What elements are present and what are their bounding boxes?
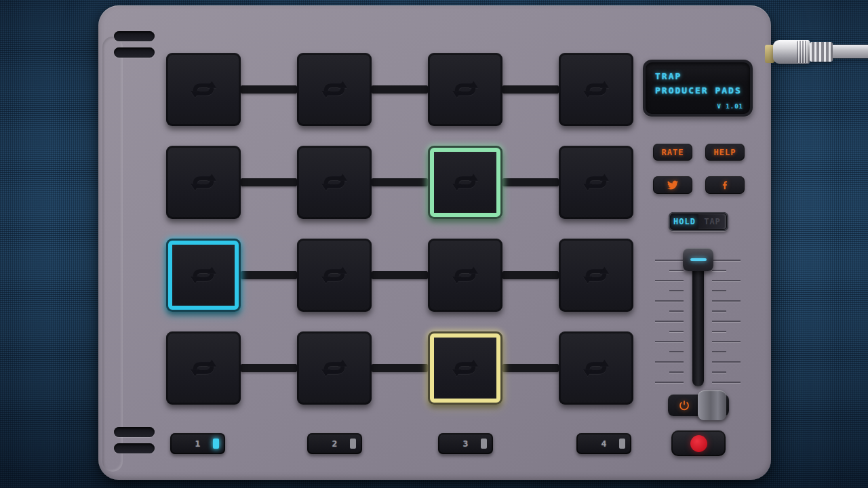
loop-arrows-icon [315,70,354,109]
audio-plug-ribs [810,42,833,62]
bank-button-1[interactable]: 1 [170,433,225,454]
bank-label: 1 [195,439,201,449]
vent-bar [114,47,155,58]
bank-indicator [213,439,219,449]
loop-arrows-icon [446,163,485,202]
loop-arrows-icon [446,348,485,388]
help-button[interactable]: HELP [705,144,745,161]
record-dot-icon [690,435,707,452]
rate-button-label: RATE [662,148,684,157]
toggle-tap-label: TAP [704,217,721,226]
bank-button-2[interactable]: 2 [307,433,362,454]
pad-grid [166,53,633,405]
vent-bar [114,31,155,41]
power-icon [678,399,690,411]
drum-pad[interactable] [559,331,633,405]
drum-pad-active-yellow[interactable] [428,331,502,405]
drum-pad[interactable] [559,146,633,219]
drum-pad[interactable] [428,239,502,312]
toggle-tap-segment[interactable]: TAP [698,214,726,229]
bank-indicator [619,439,625,449]
loop-arrows-icon [184,163,223,202]
loop-arrows-icon [576,163,616,202]
display-line1: TRAP [655,69,750,83]
left-edge-groove [102,37,123,472]
vent-bar [114,427,155,437]
bank-indicator [350,439,356,449]
twitter-button[interactable] [653,176,692,194]
loop-arrows-icon [184,70,223,109]
bank-indicator [481,439,487,449]
loop-arrows-icon [315,163,354,202]
loop-arrows-icon [446,256,485,295]
toggle-hold-segment[interactable]: HOLD [671,214,698,229]
display-line2: PRODUCER PADS [655,83,750,98]
drum-pad[interactable] [166,53,241,126]
help-button-label: HELP [714,148,736,157]
drum-pad-active-cyan[interactable] [166,239,241,312]
bank-label: 4 [601,439,607,449]
drum-pad[interactable] [559,53,633,126]
twitter-bird-icon [667,180,678,190]
drum-pad[interactable] [166,331,241,405]
loop-arrows-icon [315,256,354,295]
bank-label: 2 [332,439,338,449]
bank-label: 3 [463,439,469,449]
drum-pad[interactable] [297,331,372,405]
lcd-display: TRAP PRODUCER PADS V 1.01 [643,60,753,117]
power-switch-knob[interactable] [698,390,726,420]
slider-ticks-left [655,260,684,383]
loop-arrows-icon [576,70,616,109]
loop-arrows-icon [184,256,223,295]
facebook-f-icon [719,180,730,190]
drum-pad[interactable] [166,146,241,219]
loop-arrows-icon [184,348,223,388]
volume-slider-track[interactable] [692,258,704,386]
audio-cable [833,45,868,58]
volume-slider-handle[interactable] [683,248,713,271]
drum-pad-active-green[interactable] [428,146,502,219]
facebook-button[interactable] [705,176,745,194]
vent-bar [114,443,155,453]
record-button[interactable] [671,430,726,456]
drum-pad[interactable] [297,239,372,312]
rate-button[interactable]: RATE [653,144,692,161]
app-screen: TRAP PRODUCER PADS V 1.01 RATE HELP HOLD… [0,0,868,488]
drum-pad[interactable] [559,239,633,312]
display-version: V 1.01 [717,103,743,110]
bank-button-4[interactable]: 4 [576,433,631,454]
loop-arrows-icon [315,348,354,388]
loop-arrows-icon [576,348,616,388]
toggle-hold-label: HOLD [673,217,696,226]
drum-pad[interactable] [297,53,372,126]
bank-button-3[interactable]: 3 [438,433,493,454]
slider-handle-indicator [690,258,707,261]
loop-arrows-icon [576,256,616,295]
hold-tap-toggle[interactable]: HOLD TAP [669,212,728,231]
drum-pad[interactable] [297,146,372,219]
loop-arrows-icon [446,70,485,109]
slider-ticks-right [712,260,741,383]
drum-pad[interactable] [428,53,502,126]
audio-plug-head [773,40,810,64]
